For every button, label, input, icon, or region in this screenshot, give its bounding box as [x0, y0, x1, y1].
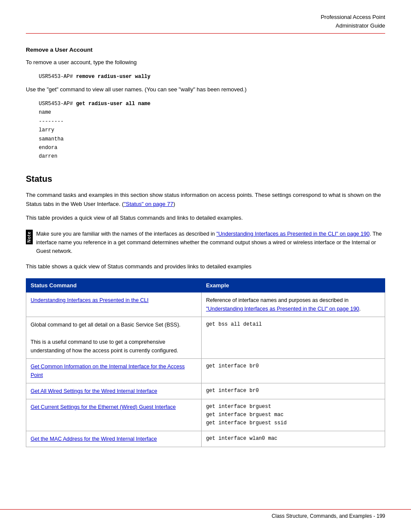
col-header-command: Status Command — [26, 278, 202, 292]
status-para1: The command tasks and examples in this s… — [26, 191, 385, 209]
code1-prefix: USR5453-AP# — [39, 74, 73, 80]
remove-heading: Remove a User Account — [26, 47, 385, 53]
code2-cmd: get radius-user all name — [73, 101, 150, 107]
header-line2: Administrator Guide — [336, 22, 385, 29]
table-row: Get Common Information on the Internal I… — [26, 358, 385, 383]
example-link-1[interactable]: "Understanding Interfaces as Presented i… — [206, 306, 359, 312]
table-row: Get All Wired Settings for the Wired Int… — [26, 383, 385, 399]
table-cell-cmd: Global command to get all detail on a Ba… — [26, 317, 202, 358]
header-title: Professional Access Point Administrator … — [26, 13, 385, 30]
status-section: Status The command tasks and examples in… — [26, 174, 385, 448]
cmd-link-5[interactable]: Get Current Settings for the Ethernet (W… — [31, 404, 176, 410]
code2-prefix: USR5453-AP# — [39, 101, 73, 107]
remove-body2: Use the "get" command to view all user n… — [26, 85, 385, 94]
remove-section: Remove a User Account To remove a user a… — [26, 47, 385, 161]
status-para1-end: ) — [173, 201, 175, 207]
table-cell-cmd: Get the MAC Address for the Wired Intern… — [26, 431, 202, 447]
note-text: Make sure you are familiar with the name… — [36, 231, 216, 237]
cmd-link-6[interactable]: Get the MAC Address for the Wired Intern… — [31, 436, 157, 442]
table-cell-cmd: Get Common Information on the Internal I… — [26, 358, 202, 383]
footer-right: Class Structure, Commands, and Examples … — [272, 513, 385, 519]
table-row: Get Current Settings for the Ethernet (W… — [26, 399, 385, 431]
cmd-link-3[interactable]: Get Common Information on the Internal I… — [31, 364, 185, 378]
status-link[interactable]: "Status" on page 77 — [124, 201, 173, 207]
code2-output: name--------larrysamanthaendoradarren — [39, 109, 64, 159]
code-block-2: USR5453-AP# get radius-user all name nam… — [39, 100, 385, 161]
note-box: Note Make sure you are familiar with the… — [26, 230, 385, 255]
note-content: Make sure you are familiar with the name… — [36, 230, 385, 255]
table-cell-example: get interface wlan0 mac — [202, 431, 385, 447]
note-link[interactable]: "Understanding Interfaces as Presented i… — [216, 231, 370, 237]
table-row: Understanding Interfaces as Presented in… — [26, 292, 385, 317]
code1-cmd: remove radius-user wally — [73, 74, 150, 80]
page: Professional Access Point Administrator … — [0, 0, 411, 532]
cmd-link-1[interactable]: Understanding Interfaces as Presented in… — [31, 297, 149, 303]
table-cell-example: Reference of interface names and purpose… — [202, 292, 385, 317]
col-header-example: Example — [202, 278, 385, 292]
page-header: Professional Access Point Administrator … — [26, 13, 385, 34]
cmd-link-4[interactable]: Get All Wired Settings for the Wired Int… — [31, 388, 157, 394]
table-cell-example: get interface brguest get interface brgu… — [202, 399, 385, 431]
page-footer: Class Structure, Commands, and Examples … — [0, 509, 411, 519]
note-label: Note — [26, 230, 33, 244]
header-line1: Professional Access Point — [321, 14, 385, 20]
table-cell-cmd: Get Current Settings for the Ethernet (W… — [26, 399, 202, 431]
remove-intro: To remove a user account, type the follo… — [26, 58, 385, 67]
status-para1-text: The command tasks and examples in this s… — [26, 192, 381, 207]
table-cell-example: get interface br0 — [202, 383, 385, 399]
status-para2: This table provides a quick view of all … — [26, 214, 385, 223]
table-row: Get the MAC Address for the Wired Intern… — [26, 431, 385, 447]
code-block-1: USR5453-AP# remove radius-user wally — [39, 72, 385, 81]
status-table: Status Command Example Understanding Int… — [26, 278, 385, 448]
table-cell-cmd: Understanding Interfaces as Presented in… — [26, 292, 202, 317]
table-header-row: Status Command Example — [26, 278, 385, 292]
status-heading: Status — [26, 174, 385, 184]
table-cell-example: get bss all detail — [202, 317, 385, 358]
table-cell-cmd: Get All Wired Settings for the Wired Int… — [26, 383, 202, 399]
table-cell-example: get interface br0 — [202, 358, 385, 383]
content-body: Remove a User Account To remove a user a… — [26, 47, 385, 447]
table-row: Global command to get all detail on a Ba… — [26, 317, 385, 358]
status-para3: This table shows a quick view of Status … — [26, 262, 385, 271]
